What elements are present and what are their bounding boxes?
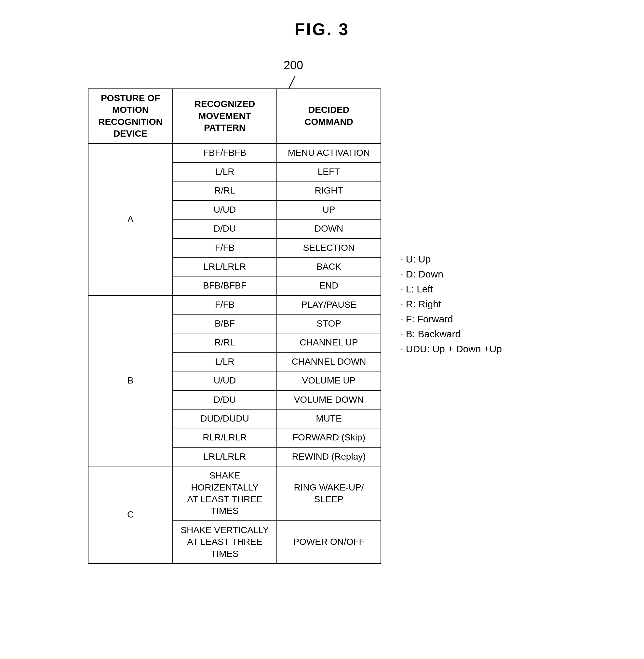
pattern-cell: DUD/DUDU <box>173 409 277 428</box>
pattern-cell: R/RL <box>173 333 277 352</box>
bullet-icon: · <box>401 314 403 324</box>
main-table: POSTURE OF MOTIONRECOGNITION DEVICE RECO… <box>88 89 381 564</box>
content-area: 200 ╱ POSTURE OF MOTIONRECOGNITION DEVIC… <box>62 59 582 564</box>
ref-number: 200 <box>284 59 303 72</box>
legend-text: U: Up <box>406 254 431 265</box>
bullet-icon: · <box>401 284 403 294</box>
pattern-cell: SHAKE VERTICALLYAT LEAST THREE TIMES <box>173 521 277 563</box>
pattern-cell: LRL/LRLR <box>173 257 277 276</box>
command-cell: STOP <box>277 314 381 333</box>
command-cell: RIGHT <box>277 181 381 200</box>
posture-a: A <box>88 143 173 295</box>
pattern-cell: B/BF <box>173 314 277 333</box>
legend-text: B: Backward <box>406 328 461 340</box>
command-cell: DOWN <box>277 219 381 238</box>
legend-text: L: Left <box>406 283 433 295</box>
posture-b: B <box>88 295 173 467</box>
header-command: DECIDEDCOMMAND <box>277 89 381 143</box>
pattern-cell: U/UD <box>173 200 277 219</box>
legend-item-u: · U: Up <box>401 254 502 265</box>
legend-item-d: · D: Down <box>401 269 502 280</box>
legend-area: · U: Up · D: Down · L: Left · R: Right ·… <box>401 59 502 365</box>
command-cell: MUTE <box>277 409 381 428</box>
command-cell: SELECTION <box>277 238 381 257</box>
pattern-cell: FBF/FBFB <box>173 143 277 162</box>
legend-text: R: Right <box>406 299 441 310</box>
pattern-cell: U/UD <box>173 371 277 390</box>
pattern-cell: F/FB <box>173 295 277 314</box>
table-row: A FBF/FBFB MENU ACTIVATION <box>88 143 381 162</box>
pattern-cell: SHAKE HORIZENTALLYAT LEAST THREE TIMES <box>173 466 277 521</box>
legend-item-udu: · UDU: Up + Down +Up <box>401 343 502 355</box>
table-row: B F/FB PLAY/PAUSE <box>88 295 381 314</box>
bullet-icon: · <box>401 269 403 279</box>
command-cell: VOLUME DOWN <box>277 390 381 409</box>
bullet-icon: · <box>401 329 403 339</box>
header-posture: POSTURE OF MOTIONRECOGNITION DEVICE <box>88 89 173 143</box>
legend-item-r: · R: Right <box>401 299 502 310</box>
legend-text: UDU: Up + Down +Up <box>406 343 502 355</box>
pattern-cell: BFB/BFBF <box>173 276 277 295</box>
legend-item-b: · B: Backward <box>401 328 502 340</box>
pattern-cell: RLR/LRLR <box>173 428 277 447</box>
bullet-icon: · <box>401 299 403 309</box>
pattern-cell: L/LR <box>173 352 277 371</box>
ref-arrow: ╱ <box>289 76 295 89</box>
command-cell: VOLUME UP <box>277 371 381 390</box>
posture-c: C <box>88 466 173 563</box>
table-header-row: POSTURE OF MOTIONRECOGNITION DEVICE RECO… <box>88 89 381 143</box>
pattern-cell: R/RL <box>173 181 277 200</box>
command-cell: END <box>277 276 381 295</box>
command-cell: CHANNEL DOWN <box>277 352 381 371</box>
legend-item-f: · F: Forward <box>401 314 502 325</box>
command-cell: POWER ON/OFF <box>277 521 381 563</box>
command-cell: RING WAKE-UP/SLEEP <box>277 466 381 521</box>
command-cell: FORWARD (Skip) <box>277 428 381 447</box>
command-cell: CHANNEL UP <box>277 333 381 352</box>
pattern-cell: D/DU <box>173 219 277 238</box>
header-pattern: RECOGNIZEDMOVEMENT PATTERN <box>173 89 277 143</box>
command-cell: PLAY/PAUSE <box>277 295 381 314</box>
legend-text: F: Forward <box>406 314 453 325</box>
pattern-cell: LRL/LRLR <box>173 447 277 466</box>
command-cell: LEFT <box>277 162 381 181</box>
pattern-cell: D/DU <box>173 390 277 409</box>
page-container: FIG. 3 200 ╱ POSTURE OF MOTIONRECOGNITIO… <box>62 20 582 564</box>
command-cell: MENU ACTIVATION <box>277 143 381 162</box>
figure-title: FIG. 3 <box>295 20 349 39</box>
bullet-icon: · <box>401 254 403 265</box>
bullet-icon: · <box>401 344 403 354</box>
pattern-cell: F/FB <box>173 238 277 257</box>
pattern-cell: L/LR <box>173 162 277 181</box>
table-row: C SHAKE HORIZENTALLYAT LEAST THREE TIMES… <box>88 466 381 521</box>
command-cell: REWIND (Replay) <box>277 447 381 466</box>
legend-item-l: · L: Left <box>401 283 502 295</box>
command-cell: UP <box>277 200 381 219</box>
command-cell: BACK <box>277 257 381 276</box>
table-wrapper: 200 ╱ POSTURE OF MOTIONRECOGNITION DEVIC… <box>88 59 381 564</box>
legend-text: D: Down <box>406 269 443 280</box>
